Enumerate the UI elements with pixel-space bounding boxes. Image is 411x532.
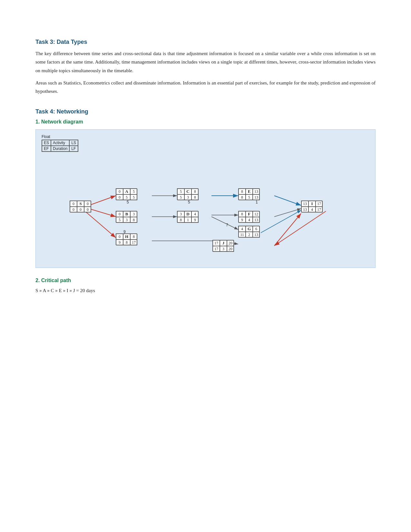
node-E-lf: 13 [253,194,260,200]
node-H-ls: 8 [130,234,137,240]
node-I-ef: 13 [301,207,308,212]
task4-heading: Task 4: Networking [35,108,376,115]
critical-path-heading: 2. Critical path [35,278,376,283]
node-S-ls: 0 [84,201,91,207]
legend-ef: EF [42,146,51,152]
node-B-ef: 5 [116,217,123,223]
node-C-ef: 5 [177,194,184,200]
node-H: 0 H 8 9 8 17 [116,233,137,245]
node-E-ls: 13 [253,189,260,194]
node-D-lf: 9 [191,217,199,223]
node-I-lf: 17 [316,207,323,212]
node-I-dur: 4 [308,207,316,212]
node-H-dur: 8 [123,240,130,245]
node-J-ls: 20 [227,240,234,246]
node-E-act: E [246,189,253,194]
legend-grid: ES Activity LS EF Duration LF [42,140,78,152]
node-D-ef: 8 [177,217,184,223]
node-G-lf: 13 [253,232,260,238]
node-G-dur: 2 [246,232,253,238]
task3-paragraph1: The key difference between time series a… [35,49,376,75]
node-B-dur: 3 [123,217,130,223]
node-D-act: D [184,211,191,217]
node-S-act: S [77,201,84,207]
node-S-lf: 0 [84,207,91,212]
node-D-es: 3 [177,211,184,217]
node-I-es: 13 [301,201,308,207]
node-F-dur: 4 [246,217,253,223]
node-S: 0 S 0 0 0 0 [70,201,91,212]
node-A-ef: 0 [116,194,123,200]
node-E-dur: 5 [246,194,253,200]
node-F-ef: 9 [239,217,246,223]
node-C-ls: 8 [191,189,199,194]
node-C-es: 5 [177,189,184,194]
node-S-ef: 0 [70,207,77,212]
node-J-act: J [220,240,227,246]
node-D: 3 D 4 8 1 9 [177,211,198,222]
node-S-es: 0 [70,201,77,207]
node-F-ls: 12 [253,211,260,217]
node-F: 8 F 12 9 4 13 [238,211,259,222]
node-J: 17 J 20 17 3 20 [212,240,234,251]
svg-line-12 [261,210,301,233]
node-D-ls: 4 [191,211,199,217]
svg-text:7: 7 [226,223,228,227]
node-E-float: 1 [256,200,258,204]
node-C-float: 5 [188,200,190,204]
node-G-ls: 6 [253,226,260,232]
legend-ls: LS [69,140,78,146]
float-label: Float [42,134,78,139]
node-B-ls: 3 [130,211,137,217]
node-C-dur: 3 [184,194,191,200]
node-J-lf: 20 [227,246,234,252]
node-B-act: B [123,211,130,217]
legend-activity: Activity [51,140,69,146]
task4-section: Task 4: Networking 1. Network diagram Fl… [35,108,376,293]
node-D-dur: 1 [184,217,191,223]
node-G-ef: 11 [239,232,246,238]
node-H-ef: 9 [116,240,123,245]
node-B-es: 0 [116,211,123,217]
node-F-act: F [246,211,253,217]
node-H-lf: 17 [130,240,137,245]
node-E-ef: 8 [239,194,246,200]
legend-duration: Duration [51,146,69,152]
node-H-float: 9 [123,230,126,234]
svg-line-3 [89,196,116,205]
node-A-es: 0 [116,189,123,194]
task3-paragraph2: Areas such as Statistics, Econometrics c… [35,79,376,96]
node-B-lf: 8 [130,217,137,223]
network-diagram-heading: 1. Network diagram [35,119,376,125]
node-C-act: C [184,189,191,194]
node-C: 5 C 8 5 3 8 [177,188,198,200]
node-H-act: H [123,234,130,240]
legend-es: ES [42,140,51,146]
node-C-lf: 8 [191,194,199,200]
legend-lf: LF [69,146,78,152]
network-arrows: 7 [36,130,375,268]
node-E: 8 E 13 8 5 13 [238,188,259,200]
svg-line-10 [274,196,301,205]
svg-line-15 [274,213,301,246]
node-G-es: 4 [239,226,246,232]
node-J-es: 17 [213,240,220,246]
node-J-dur: 3 [220,246,227,252]
node-I-act: I [308,201,316,207]
node-I-ls: 17 [316,201,323,207]
task3-section: Task 3: Data Types The key difference be… [35,39,376,95]
svg-line-9 [211,217,238,230]
node-I: 13 I 17 13 4 17 [301,201,322,212]
node-G-act: G [246,226,253,232]
node-F-es: 8 [239,211,246,217]
svg-line-16 [274,211,326,246]
node-A-float: 5 [127,200,129,204]
node-S-dur: 0 [77,207,84,212]
task3-heading: Task 3: Data Types [35,39,376,45]
node-B: 0 B 3 5 3 8 [116,211,137,222]
node-A-dur: 5 [123,194,130,200]
node-F-lf: 13 [253,217,260,223]
node-J-ef: 17 [213,246,220,252]
legend: Float ES Activity LS EF Duration LF [42,134,78,152]
node-A-ls: 5 [130,189,137,194]
